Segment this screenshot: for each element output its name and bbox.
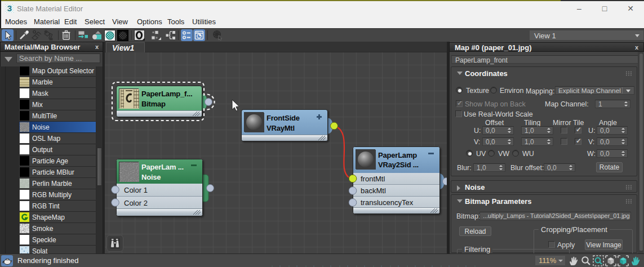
svg-text:3: 3	[7, 4, 12, 13]
